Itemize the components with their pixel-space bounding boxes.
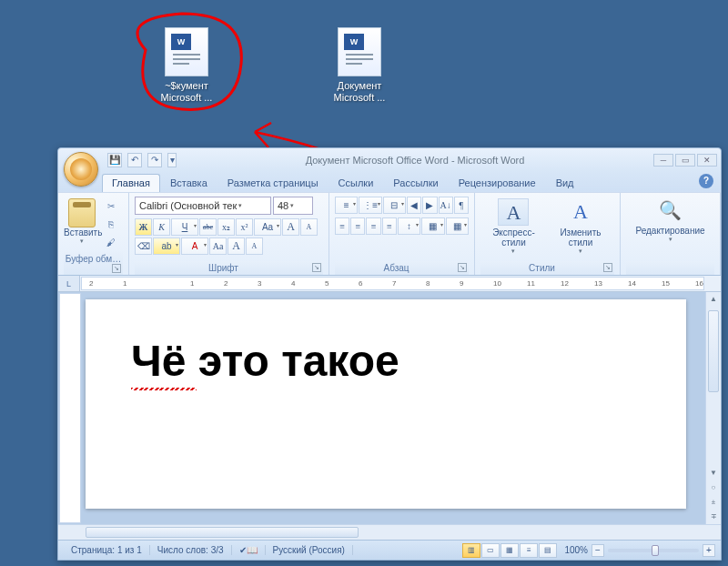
show-marks-button[interactable]: ¶: [454, 197, 469, 214]
bullets-button[interactable]: ≡▾: [335, 197, 358, 214]
desktop-icon-label: ~$кумент Microsoft ...: [146, 80, 228, 104]
styles-launcher[interactable]: ↘: [603, 263, 612, 272]
group-editing: 🔍 Редактирование ▾: [621, 193, 721, 275]
status-word-count[interactable]: Число слов: 3/3: [150, 545, 232, 555]
hscroll-thumb[interactable]: [86, 527, 359, 538]
scroll-down-arrow[interactable]: ▼: [706, 466, 721, 480]
quick-styles-button[interactable]: A Экспресс-стили ▾: [484, 198, 543, 255]
zoom-level[interactable]: 100%: [564, 545, 588, 555]
ruler-corner[interactable]: L: [58, 276, 80, 291]
shrink-font-button[interactable]: A: [300, 218, 318, 236]
borders-button[interactable]: ▦▾: [446, 217, 469, 235]
zoom-out-button[interactable]: −: [592, 544, 604, 557]
decrease-indent-button[interactable]: ◀: [407, 197, 421, 214]
clipboard-launcher[interactable]: ↘: [112, 264, 121, 273]
align-right-button[interactable]: ≡: [366, 217, 380, 235]
clear-format-button[interactable]: ⌫: [135, 238, 152, 255]
zoom-slider[interactable]: [608, 549, 699, 552]
horizontal-ruler[interactable]: 2112345678910111213141516: [81, 277, 704, 290]
grow-font-button-2[interactable]: A: [228, 238, 245, 255]
tab-mailings[interactable]: Рассылки: [383, 174, 448, 192]
desktop-icon-tempfile[interactable]: W ~$кумент Microsoft ...: [146, 27, 228, 104]
align-left-button[interactable]: ≡: [335, 217, 349, 235]
paragraph-launcher[interactable]: ↘: [458, 263, 467, 272]
maximize-button[interactable]: ▭: [675, 154, 695, 167]
shading-button[interactable]: ▦▾: [421, 217, 444, 235]
status-language[interactable]: Русский (Россия): [266, 545, 353, 555]
grow-font-button[interactable]: A: [282, 218, 299, 236]
zoom-in-button[interactable]: +: [703, 544, 715, 557]
view-outline[interactable]: ≡: [520, 543, 538, 558]
format-painter-button[interactable]: 🖌: [102, 235, 120, 251]
font-color-button[interactable]: A▾: [181, 238, 208, 255]
desktop-icon-label: Документ Microsoft ...: [318, 80, 400, 104]
tab-view[interactable]: Вид: [546, 174, 584, 192]
zoom-controls: 100% − +: [564, 544, 715, 557]
scroll-up-arrow[interactable]: ▲: [706, 292, 721, 307]
superscript-button[interactable]: x²: [236, 218, 253, 236]
zoom-slider-knob[interactable]: [652, 545, 659, 556]
highlight-button[interactable]: ab▾: [153, 238, 180, 255]
sort-button[interactable]: A↓: [439, 197, 453, 214]
help-button[interactable]: ?: [699, 174, 713, 188]
group-paragraph: ≡▾ ⋮≡▾ ⊟▾ ◀ ▶ A↓ ¶ ≡ ≡ ≡ ≡ ↕▾ ▦▾ ▦▾: [329, 193, 475, 275]
quick-access-toolbar: 💾 ↶ ↷ ▾: [107, 153, 177, 167]
view-draft[interactable]: ▤: [539, 543, 557, 558]
document-page[interactable]: Чё это такое: [86, 299, 686, 509]
align-center-button[interactable]: ≡: [350, 217, 365, 235]
status-spellcheck-icon[interactable]: ✔📖: [232, 545, 266, 555]
shrink-font-button-2[interactable]: A: [246, 238, 263, 255]
italic-button[interactable]: К: [153, 218, 170, 236]
font-launcher[interactable]: ↘: [312, 263, 321, 272]
qat-redo-button[interactable]: ↷: [147, 153, 162, 167]
font-aa-button[interactable]: Aa: [209, 238, 227, 255]
view-print-layout[interactable]: ▥: [462, 543, 480, 558]
justify-button[interactable]: ≡: [382, 217, 397, 235]
paste-button[interactable]: Вставить ▾: [64, 197, 100, 252]
vertical-scrollbar[interactable]: ▲ ▼ ○ ± ∓: [705, 292, 721, 524]
desktop-icon-document[interactable]: W Документ Microsoft ...: [318, 27, 400, 104]
browse-object-button[interactable]: ○: [706, 480, 721, 495]
minimize-button[interactable]: ─: [653, 154, 673, 167]
change-case-button[interactable]: Aa▾: [254, 218, 281, 236]
bold-button[interactable]: Ж: [135, 218, 152, 236]
prev-page-button[interactable]: ±: [706, 495, 721, 510]
horizontal-scrollbar[interactable]: [58, 524, 721, 540]
qat-undo-button[interactable]: ↶: [127, 153, 142, 167]
view-full-reading[interactable]: ▭: [481, 543, 500, 558]
change-styles-button[interactable]: A Изменить стили ▾: [551, 198, 611, 255]
tab-page-layout[interactable]: Разметка страницы: [217, 174, 329, 192]
strike-button[interactable]: abc: [199, 218, 217, 236]
increase-indent-button[interactable]: ▶: [422, 197, 437, 214]
tab-references[interactable]: Ссылки: [329, 174, 384, 192]
cut-button[interactable]: ✂: [102, 198, 120, 215]
view-web-layout[interactable]: ▦: [500, 543, 519, 558]
editing-button[interactable]: 🔍 Редактирование ▾: [635, 197, 704, 261]
status-page[interactable]: Страница: 1 из 1: [64, 545, 150, 555]
next-page-button[interactable]: ∓: [706, 510, 721, 524]
subscript-button[interactable]: x₂: [217, 218, 235, 236]
numbering-button[interactable]: ⋮≡▾: [359, 197, 381, 214]
copy-button[interactable]: ⎘: [102, 217, 120, 233]
close-button[interactable]: ✕: [697, 154, 717, 167]
vertical-ruler[interactable]: [59, 293, 81, 523]
multilevel-button[interactable]: ⊟▾: [383, 197, 406, 214]
font-name-combo[interactable]: Calibri (Основной тек▾: [135, 197, 271, 215]
document-text[interactable]: Чё это такое: [131, 336, 641, 386]
tab-home[interactable]: Главная: [102, 174, 160, 192]
font-size-combo[interactable]: 48▾: [273, 197, 313, 215]
qat-save-button[interactable]: 💾: [107, 153, 122, 167]
tab-review[interactable]: Рецензирование: [449, 174, 546, 192]
ribbon: Вставить ▾ ✂ ⎘ 🖌 Буфер обм…↘ Calibri (Ос…: [58, 192, 721, 276]
word-doc-icon: W: [338, 27, 381, 76]
scroll-thumb[interactable]: [708, 310, 719, 392]
qat-more-button[interactable]: ▾: [167, 153, 177, 167]
word-doc-icon: W: [165, 27, 208, 76]
group-label-font: Шрифт↘: [135, 261, 323, 275]
tab-insert[interactable]: Вставка: [160, 174, 217, 192]
underline-button[interactable]: Ч▾: [171, 218, 198, 236]
titlebar[interactable]: 💾 ↶ ↷ ▾ Документ Microsoft Office Word -…: [58, 148, 721, 172]
line-spacing-button[interactable]: ↕▾: [398, 217, 420, 235]
page-scroll-area[interactable]: Чё это такое: [82, 292, 721, 524]
office-button[interactable]: [64, 152, 98, 187]
